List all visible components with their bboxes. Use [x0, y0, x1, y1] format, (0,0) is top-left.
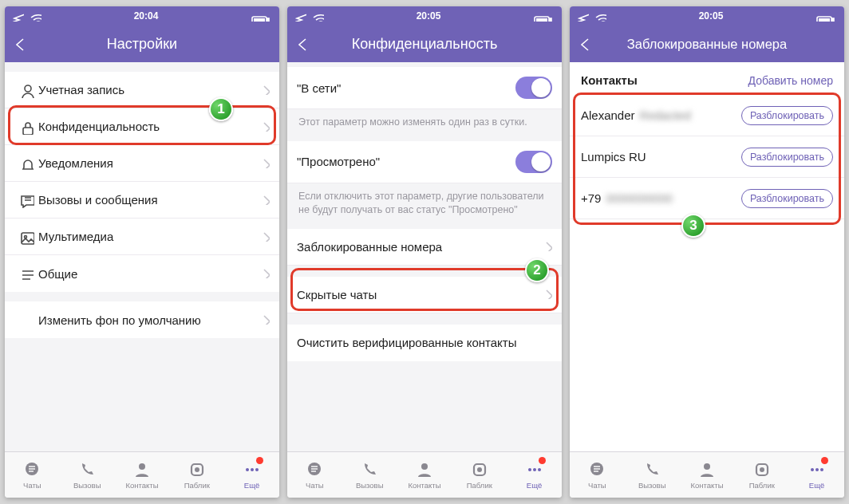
row-label: Заблокированные номера	[297, 240, 539, 254]
tab-more[interactable]: Ещё	[224, 452, 279, 498]
header: Настройки	[5, 26, 279, 62]
back-button[interactable]	[11, 35, 34, 53]
chevron-right-icon	[257, 156, 270, 171]
chevron-right-icon	[539, 286, 552, 302]
online-description: Этот параметр можно изменять один раз в …	[287, 109, 562, 141]
tab-bar: Чаты Вызовы Контакты Паблик Ещё	[570, 451, 844, 498]
privacy-row-online[interactable]: "В сети"	[287, 67, 562, 109]
notification-dot	[256, 457, 263, 464]
settings-row-change-bg[interactable]: Изменить фон по умолчанию	[5, 301, 279, 338]
row-label: "Просмотрено"	[297, 155, 515, 168]
settings-row-privacy[interactable]: Конфиденциальность	[5, 108, 279, 145]
settings-row-account[interactable]: Учетная запись	[5, 72, 279, 108]
add-number-link[interactable]: Добавить номер	[748, 74, 833, 87]
contacts-heading: Контакты	[581, 73, 638, 87]
status-bar: 20:04	[5, 6, 279, 26]
notification-dot	[821, 457, 828, 464]
blocked-contact-row: Lumpics RU Разблокировать	[570, 136, 844, 178]
chevron-right-icon	[257, 119, 270, 135]
chat-icon	[14, 192, 38, 208]
header: Заблокированные номера	[570, 26, 844, 62]
airplane-icon	[578, 10, 589, 22]
online-toggle[interactable]	[515, 77, 552, 99]
airplane-icon	[13, 10, 24, 22]
status-time: 20:05	[324, 10, 533, 22]
wifi-icon	[29, 10, 41, 22]
page-title: Настройки	[34, 36, 251, 53]
chevron-right-icon	[539, 238, 552, 254]
tab-calls[interactable]: Вызовы	[60, 452, 115, 498]
row-label: Общие	[38, 267, 257, 281]
redacted-text: Redacted	[640, 108, 691, 122]
tab-calls[interactable]: Вызовы	[342, 452, 397, 498]
back-button[interactable]	[576, 35, 598, 53]
status-bar: 20:05	[570, 6, 844, 26]
seen-toggle[interactable]	[515, 151, 552, 173]
redacted-text: 0000000000	[606, 191, 672, 205]
notification-dot	[539, 457, 546, 464]
settings-row-general[interactable]: Общие	[5, 255, 279, 292]
row-label: "В сети"	[297, 81, 515, 95]
row-label: Уведомления	[38, 156, 257, 170]
image-icon	[14, 229, 38, 245]
tab-more[interactable]: Ещё	[507, 452, 562, 498]
tab-calls[interactable]: Вызовы	[625, 452, 680, 498]
contact-name: Alexander	[581, 108, 635, 122]
back-icon	[576, 35, 594, 53]
tab-chats[interactable]: Чаты	[287, 452, 342, 498]
tab-public[interactable]: Паблик	[734, 452, 789, 498]
blocked-contact-row: AlexanderRedacted Разблокировать	[570, 95, 844, 136]
back-icon	[11, 35, 29, 53]
seen-description: Если отключить этот параметр, другие пол…	[287, 183, 562, 229]
contact-name: Lumpics RU	[581, 150, 646, 163]
tab-contacts[interactable]: Контакты	[397, 452, 452, 498]
screen-settings: 20:04 Настройки Учетная запись Конфиденц…	[5, 6, 279, 498]
chevron-right-icon	[257, 192, 270, 208]
unblock-button[interactable]: Разблокировать	[741, 189, 833, 208]
row-label: Скрытые чаты	[297, 288, 539, 301]
chevron-right-icon	[257, 82, 270, 98]
row-label: Конфиденциальность	[38, 120, 257, 133]
tab-chats[interactable]: Чаты	[5, 452, 60, 498]
status-time: 20:05	[606, 10, 815, 22]
row-label: Вызовы и сообщения	[38, 193, 257, 207]
screen-blocked: 20:05 Заблокированные номера Контакты До…	[570, 6, 844, 498]
wifi-icon	[311, 10, 324, 22]
page-title: Заблокированные номера	[598, 37, 815, 52]
airplane-icon	[295, 10, 306, 22]
battery-icon	[533, 10, 554, 22]
screen-privacy: 20:05 Конфиденциальность "В сети" Этот п…	[287, 6, 562, 498]
row-label: Учетная запись	[38, 83, 257, 96]
header: Конфиденциальность	[287, 26, 562, 62]
unblock-button[interactable]: Разблокировать	[741, 106, 833, 125]
tab-bar: Чаты Вызовы Контакты Паблик Ещё	[287, 451, 562, 498]
row-label: Изменить фон по умолчанию	[38, 313, 257, 327]
chevron-right-icon	[257, 312, 270, 328]
lock-icon	[14, 119, 38, 135]
settings-row-notifications[interactable]: Уведомления	[5, 145, 279, 182]
settings-row-media[interactable]: Мультимедиа	[5, 219, 279, 255]
privacy-row-seen[interactable]: "Просмотрено"	[287, 141, 562, 183]
unblock-button[interactable]: Разблокировать	[741, 148, 833, 167]
back-button[interactable]	[294, 35, 316, 53]
settings-row-calls-msgs[interactable]: Вызовы и сообщения	[5, 182, 279, 219]
page-title: Конфиденциальность	[316, 36, 533, 53]
tab-contacts[interactable]: Контакты	[680, 452, 735, 498]
privacy-row-hidden[interactable]: Скрытые чаты	[287, 277, 562, 313]
tab-public[interactable]: Паблик	[169, 452, 224, 498]
tab-contacts[interactable]: Контакты	[115, 452, 170, 498]
tab-chats[interactable]: Чаты	[570, 452, 625, 498]
bell-icon	[14, 156, 38, 171]
battery-icon	[251, 10, 271, 22]
wifi-icon	[594, 10, 606, 22]
back-icon	[294, 35, 311, 53]
tab-bar: Чаты Вызовы Контакты Паблик Ещё	[5, 451, 279, 498]
chevron-right-icon	[257, 229, 270, 245]
status-bar: 20:05	[287, 6, 562, 26]
status-time: 20:04	[41, 10, 251, 22]
privacy-row-blocked[interactable]: Заблокированные номера	[287, 229, 562, 266]
lines-icon	[14, 266, 38, 282]
privacy-row-clear-verified[interactable]: Очистить верифицированные контакты	[287, 325, 562, 361]
tab-more[interactable]: Ещё	[789, 452, 844, 498]
tab-public[interactable]: Паблик	[452, 452, 507, 498]
